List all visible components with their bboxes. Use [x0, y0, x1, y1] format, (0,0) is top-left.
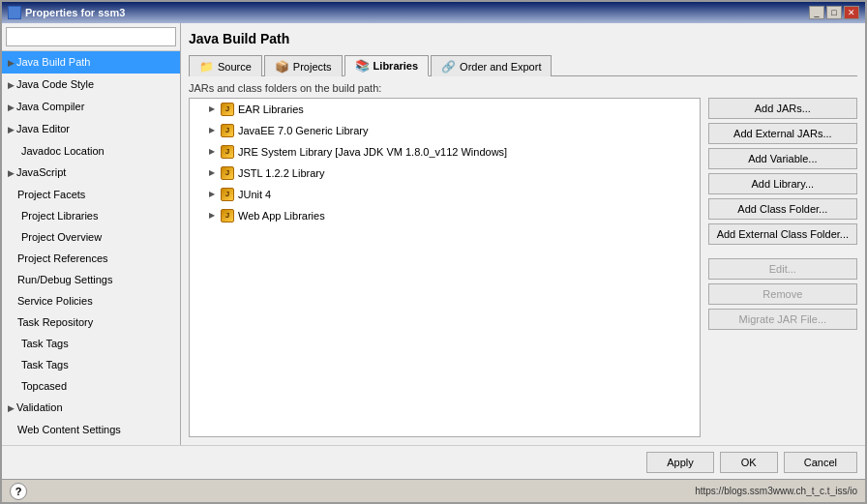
main-window: Properties for ssm3 _ □ ✕ ▶Java Build Pa… — [0, 0, 867, 504]
cancel-button[interactable]: Cancel — [784, 452, 857, 473]
title-bar-controls: _ □ ✕ — [809, 6, 859, 19]
footer-url: https://blogs.ssm3www.ch_t_c.t_iss/io — [695, 486, 857, 496]
sidebar-scroll-container: ▶Java Build Path▶Java Code Style▶Java Co… — [2, 51, 180, 445]
sidebar-item[interactable]: ▶Java Build Path — [2, 51, 180, 74]
tree-item[interactable]: ▶ J JRE System Library [Java JDK VM 1.8.… — [190, 141, 700, 163]
sidebar-item[interactable]: Task Repository — [2, 311, 180, 333]
action-button-add-variable---[interactable]: Add Variable... — [708, 148, 857, 169]
tree-item[interactable]: ▶ J JavaEE 7.0 Generic Library — [190, 120, 700, 141]
tab-icon: 🔗 — [441, 60, 456, 74]
description-text: JARs and class folders on the build path… — [189, 82, 857, 94]
sidebar-item[interactable]: ▶Java Code Style — [2, 74, 180, 96]
sidebar-item[interactable]: Run/Debug Settings — [2, 269, 180, 290]
tree-expand-arrow: ▶ — [209, 186, 215, 203]
action-button-remove: Remove — [708, 283, 857, 305]
sidebar-arrow: ▶ — [8, 58, 15, 68]
sidebar-item-label: Project Facets — [17, 189, 85, 200]
action-button-add-external-class-folder---[interactable]: Add External Class Folder... — [708, 223, 857, 245]
tree-expand-arrow: ▶ — [209, 207, 215, 224]
sidebar: ▶Java Build Path▶Java Code Style▶Java Co… — [2, 23, 181, 445]
bottom-bar: Apply OK Cancel — [2, 445, 865, 479]
tree-item-label: JRE System Library [Java JDK VM 1.8.0_v1… — [238, 143, 507, 161]
tree-item[interactable]: ▶ J JUnit 4 — [190, 184, 700, 205]
action-button-add-external-jars---[interactable]: Add External JARs... — [708, 123, 857, 144]
sidebar-item-label: Java Editor — [16, 123, 70, 134]
sidebar-item[interactable]: Topcased — [2, 375, 180, 397]
action-button-add-library---[interactable]: Add Library... — [708, 173, 857, 194]
tree-expand-arrow: ▶ — [209, 143, 215, 161]
tree-item[interactable]: ▶ J JSTL 1.2.2 Library — [190, 163, 700, 184]
sidebar-search-area — [2, 23, 180, 51]
action-button-add-class-folder---[interactable]: Add Class Folder... — [708, 198, 857, 220]
jar-icon: J — [221, 209, 234, 222]
sidebar-item[interactable]: ▶Validation — [2, 397, 180, 419]
sidebar-item[interactable]: ▶JavaScript — [2, 162, 180, 184]
tab-label: Projects — [293, 61, 332, 73]
right-buttons: Add JARs...Add External JARs...Add Varia… — [708, 98, 857, 437]
tab-libraries[interactable]: 📚Libraries — [344, 55, 429, 76]
tab-label: Source — [218, 61, 252, 73]
tree-item[interactable]: ▶ J EAR Libraries — [190, 99, 700, 120]
tree-item-label: JUnit 4 — [238, 186, 271, 203]
maximize-button[interactable]: □ — [826, 6, 842, 19]
title-bar-left: Properties for ssm3 — [8, 6, 125, 19]
sidebar-item-label: Web Content Settings — [17, 424, 121, 435]
tab-icon: 📁 — [199, 60, 214, 74]
sidebar-items-scroll[interactable]: ▶Java Build Path▶Java Code Style▶Java Co… — [2, 51, 180, 445]
tree-panel[interactable]: ▶ J EAR Libraries ▶ J JavaEE 7.0 Generic… — [189, 98, 701, 437]
tree-item-label: EAR Libraries — [238, 101, 304, 118]
help-button[interactable]: ? — [10, 483, 27, 500]
sidebar-item[interactable]: Project References — [2, 248, 180, 269]
tab-label: Libraries — [374, 60, 418, 72]
close-button[interactable]: ✕ — [844, 6, 859, 19]
sidebar-item-label: Java Build Path — [16, 56, 90, 68]
sidebar-item-label: Java Compiler — [16, 101, 84, 112]
window-title: Properties for ssm3 — [25, 7, 125, 18]
sidebar-search-input[interactable] — [6, 27, 176, 46]
sidebar-arrow: ▶ — [8, 103, 15, 112]
jar-icon: J — [221, 145, 234, 159]
action-button-add-jars---[interactable]: Add JARs... — [708, 98, 857, 119]
sidebar-item-label: Project Overview — [21, 231, 102, 243]
sidebar-item[interactable]: Web Content Settings — [2, 419, 180, 440]
sidebar-item[interactable]: Project Libraries — [2, 205, 180, 226]
tree-item[interactable]: ▶ J Web App Libraries — [190, 205, 700, 226]
sidebar-item[interactable]: Project Overview — [2, 226, 180, 248]
tree-expand-arrow: ▶ — [209, 101, 215, 118]
sidebar-item[interactable]: ▶Java Compiler — [2, 96, 180, 118]
jar-icon: J — [221, 124, 234, 137]
sidebar-item-label: Task Repository — [17, 316, 93, 328]
sidebar-arrow: ▶ — [8, 403, 15, 413]
tab-source[interactable]: 📁Source — [189, 55, 262, 76]
tree-expand-arrow: ▶ — [209, 164, 215, 182]
sidebar-item-label: Project References — [17, 252, 108, 264]
panel-title: Java Build Path — [189, 31, 857, 46]
sidebar-item-label: Task Tags — [21, 338, 69, 349]
sidebar-item[interactable]: Task Tags — [2, 333, 180, 354]
sidebar-arrow: ▶ — [8, 125, 15, 134]
tab-projects[interactable]: 📦Projects — [264, 55, 343, 76]
jar-icon: J — [221, 166, 234, 180]
content-area: ▶ J EAR Libraries ▶ J JavaEE 7.0 Generic… — [189, 98, 857, 437]
sidebar-item[interactable]: Project Facets — [2, 184, 180, 205]
action-button-migrate-jar-file---: Migrate JAR File... — [708, 309, 857, 330]
ok-button[interactable]: OK — [720, 452, 778, 473]
sidebar-item-label: Task Tags — [21, 359, 69, 371]
tree-expand-arrow: ▶ — [209, 122, 215, 139]
tab-order-and-export[interactable]: 🔗Order and Export — [431, 55, 552, 76]
sidebar-item[interactable]: ▶Java Editor — [2, 118, 180, 140]
sidebar-item-label: Run/Debug Settings — [17, 274, 112, 285]
apply-button[interactable]: Apply — [646, 452, 714, 473]
sidebar-item-label: Javadoc Location — [21, 145, 105, 157]
sidebar-item-label: Topcased — [21, 380, 67, 392]
sidebar-item[interactable]: Task Tags — [2, 354, 180, 375]
button-separator — [708, 249, 857, 254]
tab-icon: 📦 — [275, 60, 289, 74]
sidebar-item[interactable]: Javadoc Location — [2, 140, 180, 162]
minimize-button[interactable]: _ — [809, 6, 824, 19]
sidebar-item[interactable]: Service Policies — [2, 290, 180, 311]
action-button-edit---: Edit... — [708, 258, 857, 280]
sidebar-item-label: Project Libraries — [21, 210, 98, 222]
tree-item-label: JavaEE 7.0 Generic Library — [238, 122, 369, 139]
sidebar-item-label: JavaScript — [16, 166, 66, 178]
